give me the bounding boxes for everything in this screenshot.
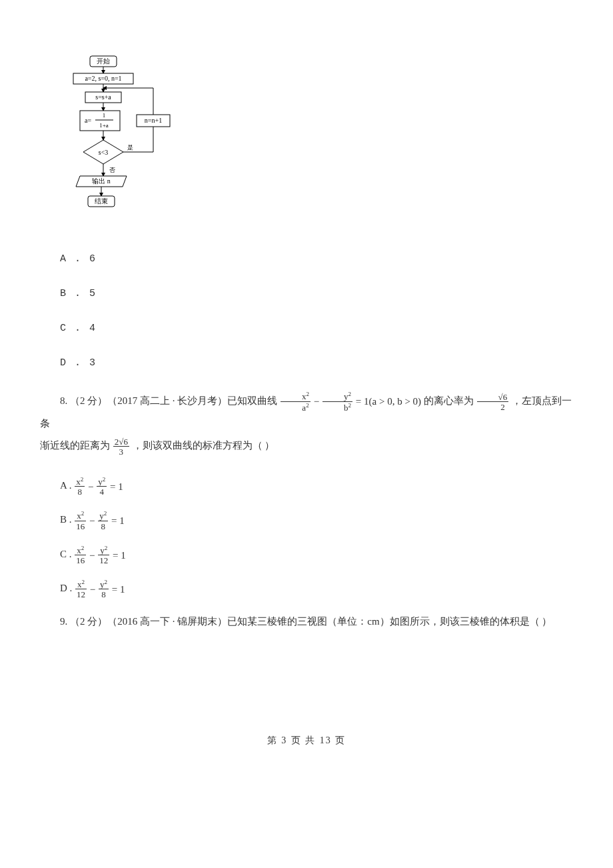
q7-option-c: C . 4 [60,321,573,337]
fc-end: 结束 [95,197,108,205]
fc-no: 否 [109,167,115,173]
fc-start: 开始 [97,57,110,65]
q8-frac1: x2 a2 [281,391,310,412]
q8-option-b: B . x216 − y28 = 1 [60,511,573,530]
q8-prefix: 8. （2 分）（2017 高二上 · 长沙月考）已知双曲线 [60,395,280,406]
fc-step2-den: 1+a [99,122,109,129]
flowchart-figure: 开始 a=2, s=0, n=1 s=s+a a= 1 1+a s<3 是 [60,53,573,231]
q8-option-d: D . x212 − y28 = 1 [60,579,573,599]
q8-frac2: y2 b2 [322,391,352,412]
q7-option-d: D . 3 [60,355,573,371]
q7-options: A . 6 B . 5 C . 4 D . 3 [60,251,573,371]
q8-ecc: √6 2 [477,393,509,411]
q8-option-c: C . x216 − y212 = 1 [60,545,573,565]
fc-step1: s=s+a [95,93,111,101]
fc-inc: n=n+1 [145,117,162,124]
fc-step2-lhs: a= [85,117,91,124]
q8-dist: 2√6 3 [113,437,129,456]
q7-option-b: B . 5 [60,286,573,302]
q8-line2a: 渐近线的距离为 [40,440,113,451]
q8-options: A . x28 − y24 = 1 B . x216 − y28 = 1 C .… [60,477,573,599]
q8-line2b: ，则该双曲线的标准方程为（ ） [133,440,275,451]
q9-block: 9. （2 分）（2016 高一下 · 锦屏期末）已知某三棱锥的三视图（单位：c… [40,613,573,629]
q8-mid1: 的离心率为 [424,395,476,406]
q8-block: 8. （2 分）（2017 高二上 · 长沙月考）已知双曲线 x2 a2 − y… [40,390,573,599]
q8-option-a: A . x28 − y24 = 1 [60,477,573,496]
fc-cond: s<3 [99,149,109,156]
fc-init: a=2, s=0, n=1 [85,75,121,82]
fc-yes: 是 [127,144,133,151]
flowchart-svg: 开始 a=2, s=0, n=1 s=s+a a= 1 1+a s<3 是 [60,53,180,227]
q7-option-a: A . 6 [60,251,573,267]
fc-output: 输出 n [92,177,111,185]
fc-step2-num: 1 [103,112,106,119]
q8-stem: 8. （2 分）（2017 高二上 · 长沙月考）已知双曲线 x2 a2 − y… [40,390,573,457]
page-content: 开始 a=2, s=0, n=1 s=s+a a= 1 1+a s<3 是 [0,0,613,767]
q9-stem: 9. （2 分）（2016 高一下 · 锦屏期末）已知某三棱锥的三视图（单位：c… [40,613,573,629]
q8-cond: = 1(a > 0, b > 0) [356,396,421,407]
page-footer: 第 3 页 共 13 页 [0,733,613,748]
